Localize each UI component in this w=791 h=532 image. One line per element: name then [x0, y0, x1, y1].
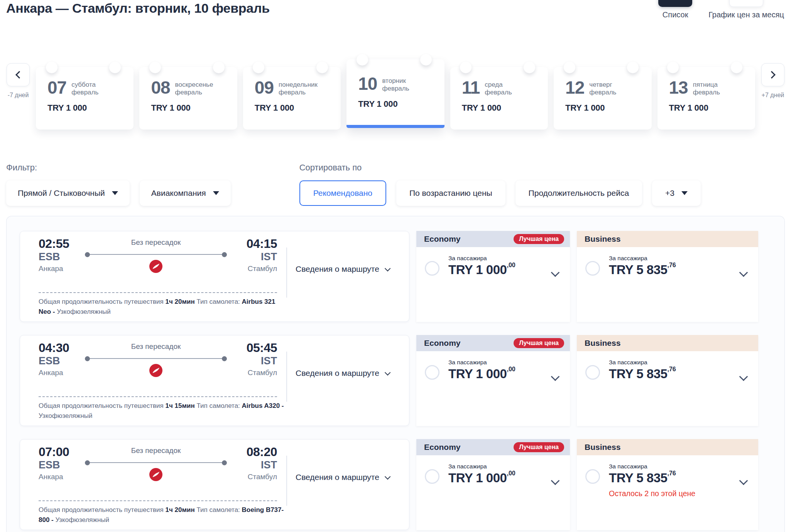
airline-filter-dropdown[interactable]: Авиакомпания [140, 180, 231, 206]
route-line [86, 254, 226, 255]
date-card-09[interactable]: 09 понедельник февраль TRY 1 000 [243, 67, 341, 130]
date-day: 10 [358, 76, 377, 93]
route-details-button[interactable]: Сведения о маршруте [296, 264, 389, 274]
fare-price: TRY 1 000,00 [448, 263, 516, 277]
economy-fare-option[interactable]: За пассажира TRY 1 000,00 [416, 351, 570, 426]
date-card-date: 10 вторник февраль [358, 76, 444, 93]
date-card-13[interactable]: 13 пятница февраль TRY 1 000 [657, 67, 755, 130]
vertical-divider [286, 456, 287, 506]
expand-fare-chevron-icon[interactable] [551, 268, 560, 277]
calendar-hole-icon [149, 62, 161, 73]
flight-summary: Общая продолжительность путешествия 1ч 1… [39, 401, 284, 421]
sort-more-options-button[interactable]: +3 [652, 180, 701, 206]
route-details-button[interactable]: Сведения о маршруте [296, 369, 389, 378]
business-label: Business [585, 443, 620, 452]
date-weekday-month: суббота февраль [71, 79, 98, 97]
flight-card: 07:00 ESB Анкара Без пересадок 08:20 IST [20, 439, 409, 530]
sort-flight-duration-button[interactable]: Продолжительность рейса [516, 180, 642, 206]
flight-row-2: 04:30 ESB Анкара Без пересадок 05:45 IST [20, 335, 784, 426]
price-chart-view-button[interactable] [729, 0, 763, 7]
airline-filter-label: Авиакомпания [151, 189, 206, 198]
business-fare-option[interactable]: За пассажира TRY 5 835,76 [577, 351, 758, 426]
fare-radio-button[interactable] [425, 365, 439, 380]
results-container: 02:55 ESB Анкара Без пересадок 04:15 IST [6, 216, 785, 532]
list-view-button[interactable] [658, 0, 692, 7]
sort-price-ascending-button[interactable]: По возрастанию цены [396, 180, 505, 206]
filter-label: Фильтр: [6, 163, 231, 173]
next-week-control: +7 дней [761, 63, 785, 99]
expand-fare-chevron-icon[interactable] [551, 476, 560, 485]
date-card-date: 08 воскресенье февраль [151, 79, 237, 97]
business-fare-option[interactable]: За пассажира TRY 5 835,76 Осталось 2 по … [577, 455, 758, 530]
fare-radio-button[interactable] [425, 261, 439, 276]
business-fare-option[interactable]: За пассажира TRY 5 835,76 [577, 247, 758, 322]
route-middle: Без пересадок [86, 445, 226, 482]
per-passenger-label: За пассажира [448, 255, 516, 262]
arrival-endpoint: 04:15 IST Стамбул [235, 237, 277, 274]
fare-radio-button[interactable] [585, 469, 600, 484]
calendar-hole-icon [46, 62, 57, 73]
calendar-hole-icon [667, 62, 679, 73]
flight-card: 04:30 ESB Анкара Без пересадок 05:45 IST [20, 335, 409, 426]
date-card-10-selected[interactable]: 10 вторник февраль TRY 1 000 [346, 59, 444, 128]
next-week-label: +7 дней [762, 92, 784, 99]
departure-endpoint: 02:55 ESB Анкара [39, 237, 77, 274]
fare-price: TRY 5 835,76 [609, 263, 676, 277]
fare-info: За пассажира TRY 5 835,76 [609, 359, 676, 426]
dashed-divider [39, 500, 277, 501]
date-weekday: воскресенье [175, 81, 213, 89]
filter-group: Фильтр: Прямой / Стыковочный Авиакомпани… [6, 163, 231, 206]
date-price: TRY 1 000 [565, 103, 651, 113]
stops-filter-dropdown[interactable]: Прямой / Стыковочный [6, 180, 130, 206]
stops-filter-label: Прямой / Стыковочный [18, 189, 105, 198]
route-middle: Без пересадок [86, 237, 226, 274]
prev-week-button[interactable] [7, 63, 30, 86]
stops-label: Без пересадок [131, 446, 181, 455]
departure-airport-code: ESB [39, 459, 77, 471]
list-view-toggle: Список [658, 0, 692, 19]
economy-fare-option[interactable]: За пассажира TRY 1 000,00 [416, 455, 570, 530]
arrival-airport-code: IST [261, 459, 277, 471]
best-price-badge: Лучшая цена [514, 234, 564, 244]
date-weekday: суббота [71, 81, 98, 89]
date-day: 12 [565, 79, 584, 96]
expand-fare-chevron-icon[interactable] [739, 476, 748, 485]
route-line [86, 358, 226, 359]
arrival-endpoint: 08:20 IST Стамбул [235, 445, 277, 482]
date-card-11[interactable]: 11 среда февраль TRY 1 000 [450, 67, 548, 130]
arrival-airport-code: IST [261, 355, 277, 367]
arrival-time: 04:15 [247, 237, 277, 251]
fare-info: За пассажира TRY 1 000,00 [448, 255, 516, 322]
expand-fare-chevron-icon[interactable] [739, 372, 748, 381]
chevron-down-icon [385, 369, 391, 375]
departure-endpoint: 04:30 ESB Анкара [39, 341, 77, 378]
next-week-button[interactable] [761, 63, 784, 86]
date-card-08[interactable]: 08 воскресенье февраль TRY 1 000 [139, 67, 237, 130]
sort-recommended-button[interactable]: Рекомендовано [299, 180, 386, 206]
fare-radio-button[interactable] [585, 365, 600, 380]
business-header: Business [577, 231, 758, 247]
route-details-button[interactable]: Сведения о маршруте [296, 473, 389, 482]
departure-city: Анкара [39, 263, 77, 274]
economy-label: Economy [424, 234, 461, 244]
fare-radio-button[interactable] [425, 469, 439, 484]
aircraft-model: Airbus A320 - [242, 402, 284, 409]
economy-label: Economy [424, 443, 461, 452]
fare-price: TRY 5 835,76 [609, 471, 695, 485]
flight-summary: Общая продолжительность путешествия 1ч 2… [39, 297, 284, 317]
date-card-date: 09 понедельник февраль [255, 79, 341, 97]
caret-down-icon [112, 191, 118, 195]
arrival-city: Стамбул [248, 367, 277, 378]
date-day: 11 [462, 79, 480, 96]
calendar-hole-icon [357, 54, 368, 66]
arrival-city: Стамбул [248, 263, 277, 274]
expand-fare-chevron-icon[interactable] [551, 372, 560, 381]
sort-group: Сортировать по Рекомендовано По возраста… [299, 163, 701, 206]
vertical-divider [286, 352, 287, 402]
expand-fare-chevron-icon[interactable] [739, 268, 748, 277]
date-card-07[interactable]: 07 суббота февраль TRY 1 000 [36, 67, 134, 130]
economy-fare-option[interactable]: За пассажира TRY 1 000,00 [416, 247, 570, 322]
date-card-12[interactable]: 12 четверг февраль TRY 1 000 [554, 67, 651, 130]
fare-radio-button[interactable] [585, 261, 600, 276]
economy-fare-panel: Economy Лучшая цена За пассажира TRY 1 0… [416, 439, 570, 530]
